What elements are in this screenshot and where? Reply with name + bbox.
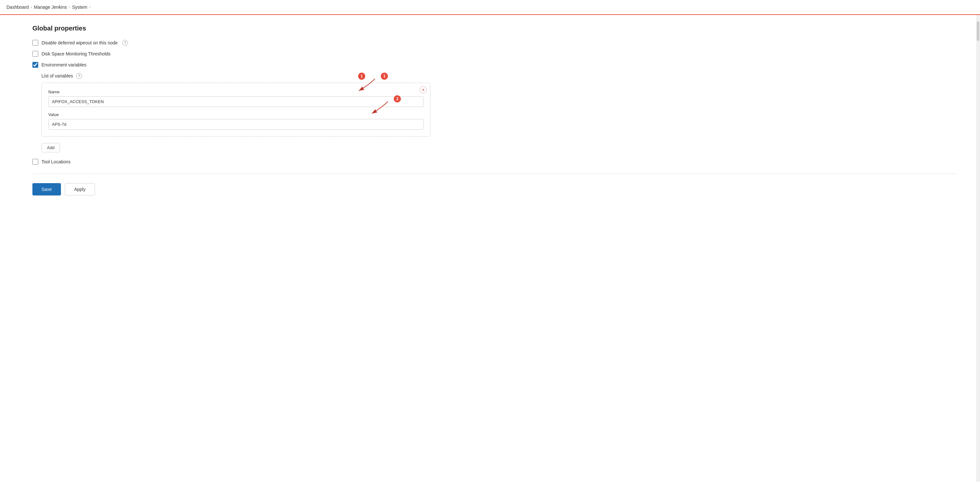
footer-buttons: Save Apply — [32, 183, 957, 196]
checkbox-row-disable-deferred: Disable deferred wipeout on this node ? — [32, 40, 957, 46]
main-content: Global properties Disable deferred wipeo… — [0, 15, 976, 482]
scrollbar[interactable] — [976, 15, 980, 482]
value-input[interactable] — [48, 119, 423, 130]
scrollbar-thumb — [977, 21, 979, 41]
badge-2: 2 — [394, 95, 401, 102]
list-of-variables-row: List of variables ? — [41, 73, 957, 79]
footer-divider — [32, 174, 957, 174]
checkbox-disable-deferred[interactable] — [32, 40, 38, 46]
breadcrumb-system: System — [72, 5, 87, 10]
content-area: Global properties Disable deferred wipeo… — [0, 15, 980, 482]
breadcrumb-sep-2: › — [69, 5, 70, 10]
badge-1: 1 — [381, 73, 388, 80]
label-disk-space: Disk Space Monitoring Thresholds — [41, 51, 110, 56]
checkbox-row-env-vars: Environment variables — [32, 62, 957, 68]
section-title: Global properties — [32, 25, 957, 32]
help-icon-list-variables[interactable]: ? — [76, 73, 82, 79]
save-button[interactable]: Save — [32, 183, 61, 196]
variable-card: × 1 Name — [41, 83, 430, 137]
label-env-vars: Environment variables — [41, 62, 86, 67]
checkbox-disk-space[interactable] — [32, 51, 38, 57]
name-field-group: Name 1 — [48, 89, 423, 107]
label-disable-deferred: Disable deferred wipeout on this node — [41, 40, 118, 45]
page-wrapper: Dashboard › Manage Jenkins › System › Gl… — [0, 0, 980, 483]
apply-button[interactable]: Apply — [65, 183, 95, 196]
breadcrumb-sep-3: › — [89, 5, 91, 10]
breadcrumb-dashboard[interactable]: Dashboard — [6, 5, 29, 10]
value-field-group: Value 2 — [48, 112, 423, 130]
checkbox-env-vars[interactable] — [32, 62, 38, 68]
badge-1-container: 1 — [381, 73, 388, 80]
breadcrumb-sep-1: › — [31, 5, 32, 10]
name-input[interactable] — [48, 96, 423, 107]
breadcrumb-manage-jenkins[interactable]: Manage Jenkins — [34, 5, 67, 10]
breadcrumb: Dashboard › Manage Jenkins › System › — [0, 0, 980, 15]
env-indent: List of variables ? × 1 Name — [41, 73, 957, 152]
label-tool-locations: Tool Locations — [41, 159, 71, 164]
name-field-label: Name — [48, 89, 423, 94]
add-variable-button[interactable]: Add — [41, 143, 60, 152]
badge-2-container: 2 — [394, 95, 401, 102]
help-icon-disable-deferred[interactable]: ? — [122, 40, 128, 46]
value-field-label: Value — [48, 112, 423, 117]
list-of-variables-label: List of variables — [41, 73, 73, 78]
checkbox-row-disk-space: Disk Space Monitoring Thresholds — [32, 51, 957, 57]
checkbox-tool-locations[interactable] — [32, 159, 38, 165]
checkbox-row-tool-locations: Tool Locations — [32, 159, 957, 165]
